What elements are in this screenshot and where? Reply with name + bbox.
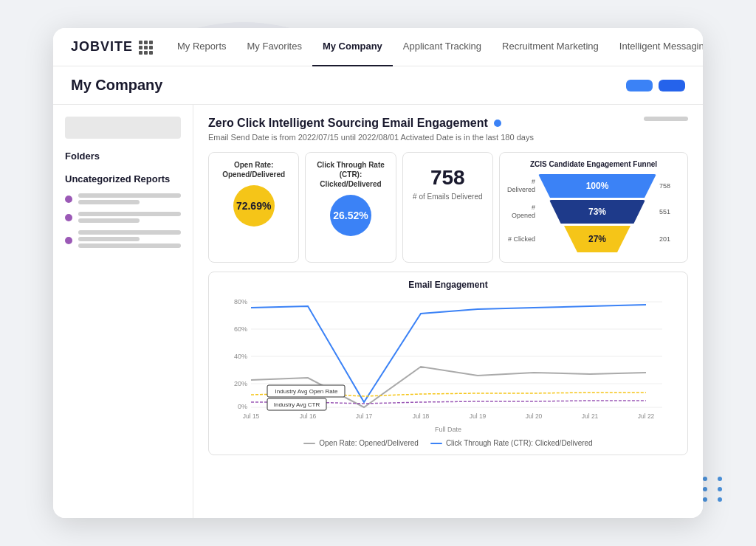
header-button-2[interactable] bbox=[659, 80, 685, 91]
funnel-label-clicked: # Clicked bbox=[507, 235, 535, 243]
funnel-value-opened: 551 bbox=[659, 208, 680, 215]
funnel-row-delivered: # Delivered 100% 758 bbox=[507, 174, 680, 198]
svg-text:Jul 15: Jul 15 bbox=[243, 412, 260, 420]
svg-text:Industry Avg Open Rate: Industry Avg Open Rate bbox=[275, 388, 338, 395]
kpi-card-emails: 758 # of Emails Delivered bbox=[402, 152, 493, 263]
funnel-shape-wrap-delivered: 100% bbox=[538, 174, 656, 198]
legend-item-ctr: Click Through Rate (CTR): Clicked/Delive… bbox=[430, 439, 593, 447]
sidebar: Folders Uncategorized Reports bbox=[53, 105, 193, 518]
legend-item-open-rate: Open Rate: Opened/Delivered bbox=[303, 439, 419, 447]
funnel-shape-opened: 73% bbox=[549, 200, 645, 224]
report-subtitle: Email Send Date is from 2022/07/15 until… bbox=[208, 133, 688, 142]
funnel-value-delivered: 758 bbox=[659, 182, 680, 190]
svg-text:Jul 16: Jul 16 bbox=[300, 412, 317, 420]
svg-text:Jul 22: Jul 22 bbox=[638, 412, 655, 420]
report-line-extra bbox=[78, 243, 181, 248]
header-buttons bbox=[626, 80, 685, 91]
svg-text:40%: 40% bbox=[234, 353, 247, 360]
report-line bbox=[78, 193, 181, 198]
nav-link-my-favorites[interactable]: My Favorites bbox=[237, 28, 312, 66]
report-menu[interactable] bbox=[644, 117, 688, 121]
report-title-row: Zero Click Intelligent Sourcing Email En… bbox=[208, 117, 501, 130]
legend-line-ctr bbox=[430, 443, 442, 444]
svg-text:80%: 80% bbox=[234, 298, 247, 305]
nav-link-applicant-tracking[interactable]: Applicant Tracking bbox=[393, 28, 492, 66]
kpi-value-open-rate: 72.69% bbox=[233, 185, 275, 227]
report-line bbox=[78, 212, 181, 216]
funnel-shape-delivered: 100% bbox=[538, 174, 656, 198]
list-item[interactable] bbox=[65, 193, 181, 204]
page-title: My Company bbox=[71, 77, 162, 94]
nav-link-my-reports[interactable]: My Reports bbox=[167, 28, 236, 66]
nav-link-recruitment-marketing[interactable]: Recruitment Marketing bbox=[492, 28, 609, 66]
funnel-container: # Delivered 100% 758 # Opened 73% bbox=[507, 174, 680, 255]
report-title: Zero Click Intelligent Sourcing Email En… bbox=[208, 117, 488, 130]
kpi-card-ctr: Click Through Rate (CTR): Clicked/Delive… bbox=[305, 152, 396, 263]
report-lines bbox=[78, 212, 181, 223]
funnel-label-delivered: # Delivered bbox=[507, 178, 535, 194]
kpi-number-emails: 758 bbox=[410, 166, 485, 190]
funnel-card: ZCIS Candidate Engagement Funnel # Deliv… bbox=[499, 152, 688, 263]
kpi-label-open-rate: Open Rate: Opened/Delivered bbox=[216, 160, 291, 179]
legend-line-open-rate bbox=[303, 443, 315, 444]
report-header: Zero Click Intelligent Sourcing Email En… bbox=[208, 117, 688, 130]
report-dot bbox=[65, 214, 72, 221]
svg-text:Jul 21: Jul 21 bbox=[582, 412, 599, 420]
funnel-row-opened: # Opened 73% 551 bbox=[507, 200, 680, 224]
report-lines bbox=[78, 230, 181, 250]
main-content: Folders Uncategorized Reports bbox=[53, 105, 703, 518]
app-card: JOBVITE My Reports My Favorites My Compa… bbox=[53, 28, 703, 518]
header-button-1[interactable] bbox=[626, 80, 653, 91]
svg-text:Industry Avg CTR: Industry Avg CTR bbox=[274, 401, 320, 408]
funnel-value-clicked: 201 bbox=[659, 235, 680, 243]
report-line-short bbox=[78, 200, 140, 204]
funnel-shape-clicked: 27% bbox=[564, 226, 630, 252]
svg-text:20%: 20% bbox=[234, 380, 247, 387]
funnel-title: ZCIS Candidate Engagement Funnel bbox=[507, 160, 680, 168]
status-dot bbox=[494, 120, 501, 127]
report-area: Zero Click Intelligent Sourcing Email En… bbox=[193, 105, 703, 518]
svg-text:Jul 20: Jul 20 bbox=[526, 412, 543, 420]
line-chart-svg: 80% 60% 40% 20% 0% bbox=[216, 293, 680, 426]
funnel-label-opened: # Opened bbox=[507, 204, 535, 220]
nav-link-intelligent-messaging[interactable]: Intelligent Messaging bbox=[609, 28, 703, 66]
kpi-card-open-rate: Open Rate: Opened/Delivered 72.69% bbox=[208, 152, 299, 263]
svg-text:60%: 60% bbox=[234, 325, 247, 333]
page-header: My Company bbox=[53, 66, 703, 105]
svg-text:Jul 19: Jul 19 bbox=[470, 412, 487, 420]
grid-icon[interactable] bbox=[139, 41, 152, 54]
sidebar-search[interactable] bbox=[65, 117, 181, 139]
funnel-shape-wrap-opened: 73% bbox=[538, 200, 656, 224]
kpi-sublabel-emails: # of Emails Delivered bbox=[410, 193, 485, 201]
svg-text:0%: 0% bbox=[238, 403, 247, 410]
chart-title: Email Engagement bbox=[216, 280, 680, 290]
report-dot bbox=[65, 196, 72, 203]
report-line-short bbox=[78, 218, 140, 223]
kpi-label-ctr: Click Through Rate (CTR): Clicked/Delive… bbox=[313, 160, 388, 189]
report-dot bbox=[65, 237, 72, 244]
list-item[interactable] bbox=[65, 212, 181, 223]
report-lines bbox=[78, 193, 181, 204]
chart-area: Email Engagement 80% 60% 40% 20% 0% bbox=[208, 272, 688, 455]
list-item[interactable] bbox=[65, 230, 181, 250]
legend-label-open-rate: Open Rate: Opened/Delivered bbox=[319, 439, 419, 447]
legend-label-ctr: Click Through Rate (CTR): Clicked/Delive… bbox=[446, 439, 593, 447]
sidebar-folders-title: Folders bbox=[65, 151, 181, 162]
svg-text:Jul 17: Jul 17 bbox=[356, 412, 373, 420]
kpi-value-ctr: 26.52% bbox=[330, 195, 371, 236]
nav-link-my-company[interactable]: My Company bbox=[312, 28, 393, 66]
chart-section: Email Engagement 80% 60% 40% 20% 0% bbox=[208, 272, 688, 455]
report-line bbox=[78, 230, 181, 235]
chart-svg-wrapper: 80% 60% 40% 20% 0% bbox=[216, 293, 680, 429]
chart-legend: Open Rate: Opened/Delivered Click Throug… bbox=[216, 439, 680, 447]
page-wrapper: JOBVITE My Reports My Favorites My Compa… bbox=[0, 0, 756, 546]
funnel-shape-wrap-clicked: 27% bbox=[538, 226, 656, 252]
kpi-row: Open Rate: Opened/Delivered 72.69% Click… bbox=[208, 152, 688, 263]
nav-bar: JOBVITE My Reports My Favorites My Compa… bbox=[53, 28, 703, 66]
app-logo: JOBVITE bbox=[71, 39, 133, 55]
funnel-row-clicked: # Clicked 27% 201 bbox=[507, 226, 680, 252]
nav-links: My Reports My Favorites My Company Appli… bbox=[167, 28, 703, 66]
report-line-short bbox=[78, 237, 140, 241]
sidebar-uncategorized-title: Uncategorized Reports bbox=[65, 173, 181, 184]
svg-text:Jul 18: Jul 18 bbox=[413, 412, 430, 420]
